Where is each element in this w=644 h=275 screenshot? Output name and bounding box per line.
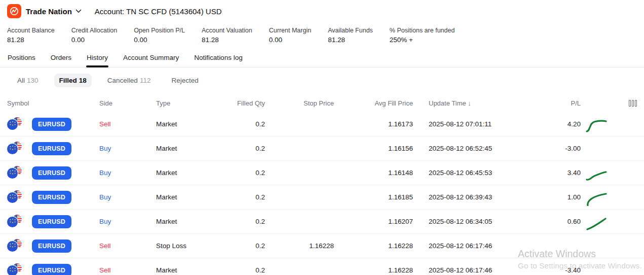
stat-open-position-pl: Open Position P/L 0.00 [134,27,185,44]
eu-flag-icon [7,192,18,203]
pl-cell: 4.20 [530,120,581,128]
table-row[interactable]: EURUSD Buy Market 0.2 1.16148 2025-08-12… [0,161,644,185]
table-row[interactable]: EURUSD Sell Market 0.2 1.16173 2025-08-1… [0,112,644,136]
type-cell: Market [156,266,212,274]
pl-sparkline [581,192,611,207]
table-row[interactable]: EURUSD Buy Market 0.2 1.16207 2025-08-12… [0,210,644,234]
eurusd-flag-pair-icon [7,117,25,131]
type-cell: Market [156,218,212,225]
table-row[interactable]: EURUSD Buy Market 0.2 1.16185 2025-08-12… [0,185,644,210]
col-stop-price[interactable]: Stop Price [265,99,334,107]
eu-flag-icon [7,217,18,227]
update-time-cell: 2025-08-12 06:39:43 [413,193,530,201]
col-symbol[interactable]: Symbol [7,99,99,107]
stat-value: 0.00 [269,36,311,44]
pl-cell: 1.00 [530,193,581,201]
filled-qty-cell: 0.2 [212,145,265,152]
account-stats-row: Account Balance 81.28 Credit Allocation … [0,20,644,48]
filled-qty-cell: 0.2 [212,218,265,225]
avg-fill-price-cell: 1.16148 [334,169,413,177]
filter-count: 130 [27,77,39,84]
symbol-badge[interactable]: EURUSD [32,215,71,228]
history-filter-chips: All130 Filled18 Cancelled112 Rejected [0,67,644,93]
side-cell: Buy [99,169,156,177]
filter-rejected[interactable]: Rejected [166,74,205,87]
symbol-badge[interactable]: EURUSD [32,239,71,253]
filter-label: Filled [59,77,77,84]
eurusd-flag-pair-icon [7,215,25,228]
tab-notifications-log[interactable]: Notifications log [194,49,243,67]
type-cell: Market [156,169,212,177]
tab-history[interactable]: History [86,49,108,67]
eu-flag-icon [7,144,18,154]
pl-sparkline [581,265,611,275]
eurusd-flag-pair-icon [7,239,25,253]
filter-label: Rejected [171,77,198,84]
col-type[interactable]: Type [156,99,212,107]
side-cell: Buy [99,145,156,152]
stop-price-cell: 1.16228 [265,242,334,250]
col-side[interactable]: Side [99,99,156,107]
col-pl[interactable]: P/L [530,99,581,107]
pl-sparkline [581,216,611,231]
eurusd-flag-pair-icon [7,190,25,204]
brand-name: Trade Nation [26,7,72,16]
filled-qty-cell: 0.2 [212,193,265,201]
col-avg-fill-price[interactable]: Avg Fill Price [334,99,413,107]
filter-cancelled[interactable]: Cancelled112 [102,74,156,87]
stat-value: 0.00 [134,36,185,44]
symbol-cell: EURUSD [7,239,99,253]
filter-all[interactable]: All130 [12,74,44,87]
stat-account-valuation: Account Valuation 81.28 [202,27,252,44]
eurusd-flag-pair-icon [7,142,25,155]
type-cell: Stop Loss [156,242,212,250]
trade-nation-logo-icon [7,4,21,18]
table-body: EURUSD Sell Market 0.2 1.16173 2025-08-1… [0,112,644,275]
side-cell: Buy [99,193,156,201]
symbol-badge[interactable]: EURUSD [32,191,71,204]
side-cell: Buy [99,218,156,225]
type-cell: Market [156,145,212,152]
side-cell: Sell [99,120,156,128]
eu-flag-icon [7,119,18,130]
avg-fill-price-cell: 1.16228 [334,242,413,250]
eu-flag-icon [7,168,18,179]
stat-label: % Positions are funded [390,27,455,34]
stat-credit-allocation: Credit Allocation 0.00 [71,27,117,44]
update-time-cell: 2025-08-12 07:01:11 [413,120,530,128]
stat-value: 81.28 [328,36,373,44]
tab-positions[interactable]: Positions [7,49,36,67]
stat-value: 0.00 [71,36,117,44]
table-header: Symbol Side Type Filled Qty Stop Price A… [0,94,644,112]
tab-orders[interactable]: Orders [50,49,72,67]
stat-label: Current Margin [269,27,311,34]
symbol-badge[interactable]: EURUSD [32,118,71,131]
symbol-badge[interactable]: EURUSD [32,142,71,155]
col-filled-qty[interactable]: Filled Qty [212,99,265,107]
table-row[interactable]: EURUSD Sell Market 0.2 1.16228 2025-08-1… [0,258,644,275]
update-time-cell: 2025-08-12 06:52:45 [413,145,530,152]
filter-count: 112 [140,77,151,84]
filter-count: 18 [79,77,87,84]
filled-qty-cell: 0.2 [212,120,265,128]
symbol-badge[interactable]: EURUSD [32,166,71,180]
symbol-cell: EURUSD [7,142,99,155]
tab-account-summary[interactable]: Account Summary [123,49,179,67]
avg-fill-price-cell: 1.16173 [334,120,413,128]
table-row[interactable]: EURUSD Sell Stop Loss 0.2 1.16228 1.1622… [0,234,644,258]
symbol-badge[interactable]: EURUSD [32,264,71,275]
pl-cell: 3.40 [530,169,581,177]
symbol-cell: EURUSD [7,117,99,131]
chevron-down-icon[interactable] [75,9,82,13]
side-cell: Sell [99,266,156,274]
stat-positions-funded: % Positions are funded 250% + [390,27,455,44]
avg-fill-price-cell: 1.16185 [334,193,413,201]
pl-cell: 0.60 [530,218,581,225]
stat-label: Credit Allocation [71,27,117,34]
account-label[interactable]: Account: TN SC CFD (5143604) USD [95,7,222,16]
column-settings-icon[interactable] [629,100,637,107]
filter-filled[interactable]: Filled18 [54,74,92,87]
top-bar: Trade Nation Account: TN SC CFD (5143604… [0,0,644,20]
col-update-time-sorted-desc[interactable]: Update Time ↓ [413,99,530,107]
table-row[interactable]: EURUSD Buy Market 0.2 1.16156 2025-08-12… [0,136,644,161]
